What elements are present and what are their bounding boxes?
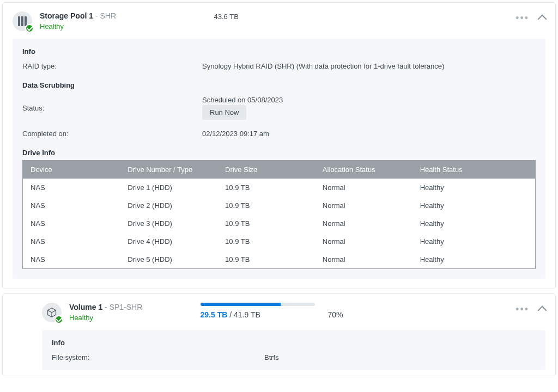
cell-drive-num: Drive 5 (HDD)	[120, 250, 217, 269]
volume-status: Healthy	[69, 314, 193, 322]
cell-health: Healthy	[413, 215, 536, 232]
cell-alloc: Normal	[315, 179, 413, 197]
cell-health: Healthy	[413, 179, 536, 197]
volume-card: Volume 1 - SP1-SHR Healthy 29.5 TB / 41.…	[2, 293, 556, 376]
usage-percent: 70%	[328, 303, 377, 319]
usage-bar	[201, 303, 315, 306]
cell-health: Healthy	[413, 197, 536, 215]
cell-device: NAS	[23, 215, 120, 232]
col-drive-size: Drive Size	[217, 161, 315, 179]
usage-total: 41.9 TB	[234, 310, 260, 319]
cell-device: NAS	[23, 179, 120, 197]
info-heading: Info	[52, 339, 536, 347]
pool-title: Storage Pool 1	[40, 11, 93, 20]
cell-drive-size: 10.9 TB	[217, 250, 315, 269]
scrub-status-value: Scheduled on 05/08/2023	[202, 96, 536, 104]
completed-label: Completed on:	[22, 130, 202, 138]
scrub-heading: Data Scrubbing	[22, 81, 536, 89]
pool-capacity: 43.6 TB	[214, 11, 334, 21]
cell-drive-size: 10.9 TB	[217, 197, 315, 215]
pool-status: Healthy	[40, 22, 207, 30]
more-actions-icon[interactable]: •••	[515, 15, 529, 21]
status-ok-icon	[25, 24, 34, 33]
pool-icon	[13, 11, 32, 31]
col-drive-number: Drive Number / Type	[120, 161, 217, 179]
cell-device: NAS	[23, 197, 120, 215]
pool-title-block: Storage Pool 1 - SHR Healthy	[40, 11, 207, 30]
cell-drive-num: Drive 4 (HDD)	[120, 232, 217, 250]
collapse-icon[interactable]	[538, 15, 547, 24]
volume-details-panel: Info File system: Btrfs	[42, 330, 545, 370]
usage-sep: /	[227, 310, 234, 319]
volume-icon	[42, 303, 62, 322]
table-row[interactable]: NAS Drive 5 (HDD) 10.9 TB Normal Healthy	[23, 250, 536, 269]
cell-device: NAS	[23, 232, 120, 250]
status-ok-icon	[54, 315, 63, 324]
table-row[interactable]: NAS Drive 4 (HDD) 10.9 TB Normal Healthy	[23, 232, 536, 250]
usage-fill	[201, 303, 281, 306]
usage-used: 29.5 TB	[201, 310, 228, 319]
cell-alloc: Normal	[315, 232, 413, 250]
cell-health: Healthy	[413, 250, 536, 269]
drives-icon	[18, 16, 27, 26]
cell-device: NAS	[23, 250, 120, 269]
raid-type-value: Synology Hybrid RAID (SHR) (With data pr…	[202, 62, 536, 70]
raid-type-label: RAID type:	[22, 62, 202, 70]
drive-info-heading: Drive Info	[22, 149, 536, 157]
cell-alloc: Normal	[315, 215, 413, 232]
col-device: Device	[23, 161, 120, 179]
pool-raid-suffix: - SHR	[93, 11, 116, 20]
cell-drive-num: Drive 1 (HDD)	[120, 179, 217, 197]
volume-header: Volume 1 - SP1-SHR Healthy 29.5 TB / 41.…	[42, 303, 545, 322]
info-heading: Info	[22, 47, 536, 56]
storage-pool-card: Storage Pool 1 - SHR Healthy 43.6 TB •••…	[2, 2, 556, 289]
table-row[interactable]: NAS Drive 1 (HDD) 10.9 TB Normal Healthy	[23, 179, 536, 197]
cell-drive-num: Drive 2 (HDD)	[120, 197, 217, 215]
run-now-button[interactable]: Run Now	[202, 105, 246, 120]
volume-title-block: Volume 1 - SP1-SHR Healthy	[69, 303, 193, 322]
cell-drive-num: Drive 3 (HDD)	[120, 215, 217, 232]
volume-usage: 29.5 TB / 41.9 TB	[201, 303, 320, 319]
col-health-status: Health Status	[413, 161, 536, 179]
drive-table: Device Drive Number / Type Drive Size Al…	[22, 160, 536, 269]
col-alloc-status: Allocation Status	[315, 161, 413, 179]
fs-value: Btrfs	[264, 353, 536, 362]
pool-details-panel: Info RAID type: Synology Hybrid RAID (SH…	[13, 39, 545, 279]
drive-table-header: Device Drive Number / Type Drive Size Al…	[23, 161, 536, 179]
cell-health: Healthy	[413, 232, 536, 250]
cell-alloc: Normal	[315, 250, 413, 269]
table-row[interactable]: NAS Drive 2 (HDD) 10.9 TB Normal Healthy	[23, 197, 536, 215]
fs-label: File system:	[52, 353, 264, 362]
cell-drive-size: 10.9 TB	[217, 179, 315, 197]
cell-alloc: Normal	[315, 197, 413, 215]
volume-title: Volume 1	[69, 303, 102, 311]
table-row[interactable]: NAS Drive 3 (HDD) 10.9 TB Normal Healthy	[23, 215, 536, 232]
completed-value: 02/12/2023 09:17 am	[202, 130, 536, 138]
pool-header: Storage Pool 1 - SHR Healthy 43.6 TB •••	[13, 11, 545, 31]
more-actions-icon[interactable]: •••	[515, 307, 529, 312]
scrub-status-label: Status:	[22, 104, 202, 112]
volume-suffix: - SP1-SHR	[102, 303, 142, 311]
cell-drive-size: 10.9 TB	[217, 215, 315, 232]
cell-drive-size: 10.9 TB	[217, 232, 315, 250]
collapse-icon[interactable]	[538, 306, 547, 315]
